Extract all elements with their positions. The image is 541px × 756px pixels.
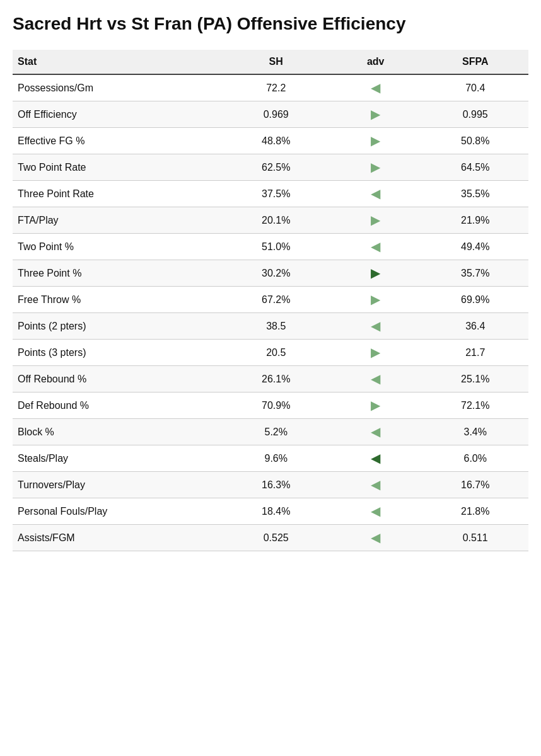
table-row: Effective FG %48.8%▶50.8% xyxy=(13,128,528,154)
arrow-right-dark-icon: ▶ xyxy=(371,266,380,279)
arrow-left-dark-icon: ◀ xyxy=(371,452,380,464)
page-title: Sacred Hrt vs St Fran (PA) Offensive Eff… xyxy=(13,13,528,35)
sh-value: 16.3% xyxy=(223,472,329,498)
sh-value: 18.4% xyxy=(223,498,329,525)
stat-label: Off Rebound % xyxy=(13,366,223,392)
stat-label: Effective FG % xyxy=(13,128,223,154)
table-row: Off Rebound %26.1%◀25.1% xyxy=(13,366,528,392)
adv-arrow: ◀ xyxy=(329,472,422,498)
adv-arrow: ◀ xyxy=(329,445,422,472)
arrow-right-light-icon: ▶ xyxy=(371,346,380,358)
sfpa-value: 64.5% xyxy=(422,154,528,181)
sh-value: 0.525 xyxy=(223,525,329,551)
sh-value: 5.2% xyxy=(223,419,329,445)
arrow-right-light-icon: ▶ xyxy=(371,108,380,120)
sfpa-value: 25.1% xyxy=(422,366,528,392)
stat-label: Personal Fouls/Play xyxy=(13,498,223,525)
sfpa-value: 35.5% xyxy=(422,181,528,207)
sfpa-value: 3.4% xyxy=(422,419,528,445)
stat-label: Points (2 pters) xyxy=(13,313,223,340)
adv-arrow: ◀ xyxy=(329,313,422,340)
sfpa-value: 72.1% xyxy=(422,392,528,419)
sfpa-value: 70.4 xyxy=(422,74,528,101)
adv-arrow: ◀ xyxy=(329,498,422,525)
stat-label: Three Point % xyxy=(13,260,223,287)
stats-table: Stat SH adv SFPA Possessions/Gm72.2◀70.4… xyxy=(13,50,528,551)
stat-label: Free Throw % xyxy=(13,287,223,313)
table-row: FTA/Play20.1%▶21.9% xyxy=(13,207,528,234)
table-row: Turnovers/Play16.3%◀16.7% xyxy=(13,472,528,498)
sh-value: 37.5% xyxy=(223,181,329,207)
adv-arrow: ▶ xyxy=(329,154,422,181)
arrow-left-light-icon: ◀ xyxy=(371,81,380,94)
sh-value: 38.5 xyxy=(223,313,329,340)
sh-value: 9.6% xyxy=(223,445,329,472)
sfpa-value: 0.511 xyxy=(422,525,528,551)
sfpa-value: 16.7% xyxy=(422,472,528,498)
arrow-right-light-icon: ▶ xyxy=(371,399,380,411)
arrow-left-light-icon: ◀ xyxy=(371,505,380,517)
arrow-left-light-icon: ◀ xyxy=(371,531,380,544)
adv-arrow: ▶ xyxy=(329,207,422,234)
arrow-right-light-icon: ▶ xyxy=(371,214,380,226)
stat-label: FTA/Play xyxy=(13,207,223,234)
stat-label: Off Efficiency xyxy=(13,101,223,128)
arrow-left-light-icon: ◀ xyxy=(371,187,380,200)
sh-value: 67.2% xyxy=(223,287,329,313)
sh-value: 51.0% xyxy=(223,234,329,260)
stat-label: Points (3 pters) xyxy=(13,340,223,366)
sfpa-value: 35.7% xyxy=(422,260,528,287)
sfpa-value: 69.9% xyxy=(422,287,528,313)
table-row: Points (2 pters)38.5◀36.4 xyxy=(13,313,528,340)
sh-value: 20.1% xyxy=(223,207,329,234)
stat-label: Turnovers/Play xyxy=(13,472,223,498)
table-row: Assists/FGM0.525◀0.511 xyxy=(13,525,528,551)
adv-arrow: ◀ xyxy=(329,366,422,392)
sh-value: 70.9% xyxy=(223,392,329,419)
table-header-row: Stat SH adv SFPA xyxy=(13,50,528,74)
sh-value: 26.1% xyxy=(223,366,329,392)
stat-label: Steals/Play xyxy=(13,445,223,472)
sh-value: 72.2 xyxy=(223,74,329,101)
adv-arrow: ▶ xyxy=(329,340,422,366)
adv-arrow: ▶ xyxy=(329,260,422,287)
table-row: Three Point Rate37.5%◀35.5% xyxy=(13,181,528,207)
stat-label: Block % xyxy=(13,419,223,445)
arrow-left-light-icon: ◀ xyxy=(371,478,380,491)
sh-value: 30.2% xyxy=(223,260,329,287)
adv-arrow: ◀ xyxy=(329,234,422,260)
table-row: Two Point %51.0%◀49.4% xyxy=(13,234,528,260)
sfpa-value: 0.995 xyxy=(422,101,528,128)
table-row: Off Efficiency0.969▶0.995 xyxy=(13,101,528,128)
table-row: Possessions/Gm72.2◀70.4 xyxy=(13,74,528,101)
stat-label: Possessions/Gm xyxy=(13,74,223,101)
table-row: Three Point %30.2%▶35.7% xyxy=(13,260,528,287)
arrow-left-light-icon: ◀ xyxy=(371,240,380,253)
sfpa-value: 21.8% xyxy=(422,498,528,525)
adv-arrow: ▶ xyxy=(329,392,422,419)
sh-value: 48.8% xyxy=(223,128,329,154)
sh-value: 20.5 xyxy=(223,340,329,366)
stat-label: Three Point Rate xyxy=(13,181,223,207)
adv-arrow: ▶ xyxy=(329,101,422,128)
table-row: Points (3 pters)20.5▶21.7 xyxy=(13,340,528,366)
adv-arrow: ◀ xyxy=(329,181,422,207)
stat-label: Def Rebound % xyxy=(13,392,223,419)
sh-value: 62.5% xyxy=(223,154,329,181)
arrow-right-light-icon: ▶ xyxy=(371,293,380,306)
arrow-left-light-icon: ◀ xyxy=(371,425,380,438)
arrow-left-light-icon: ◀ xyxy=(371,319,380,332)
arrow-left-light-icon: ◀ xyxy=(371,372,380,385)
adv-arrow: ◀ xyxy=(329,525,422,551)
adv-arrow: ▶ xyxy=(329,128,422,154)
table-row: Personal Fouls/Play18.4%◀21.8% xyxy=(13,498,528,525)
arrow-right-light-icon: ▶ xyxy=(371,161,380,173)
stat-label: Two Point Rate xyxy=(13,154,223,181)
stat-label: Two Point % xyxy=(13,234,223,260)
table-row: Steals/Play9.6%◀6.0% xyxy=(13,445,528,472)
sfpa-value: 36.4 xyxy=(422,313,528,340)
header-adv: adv xyxy=(329,50,422,74)
table-row: Free Throw %67.2%▶69.9% xyxy=(13,287,528,313)
table-row: Two Point Rate62.5%▶64.5% xyxy=(13,154,528,181)
sfpa-value: 49.4% xyxy=(422,234,528,260)
